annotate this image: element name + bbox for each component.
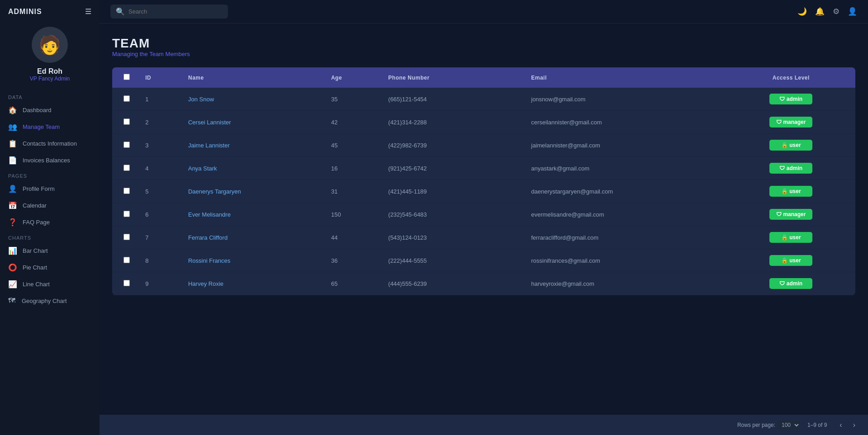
row-checkbox[interactable] [112,88,141,111]
access-badge: 🛡 admin [769,163,812,174]
sidebar-item-geography-chart[interactable]: 🗺 Geography Chart [0,293,100,309]
row-checkbox[interactable] [112,157,141,180]
row-access: 🔒 user [727,134,855,157]
header-checkbox[interactable] [112,67,141,88]
notifications-icon[interactable]: 🔔 [815,7,825,16]
main-content: 🔍 🌙 🔔 ⚙ 👤 TEAM Managing the Team Members… [100,0,868,435]
row-email: jaimelannister@gmail.com [526,134,726,157]
select-all-checkbox[interactable] [123,74,130,80]
row-checkbox[interactable] [112,203,141,226]
sidebar-item-manage-team[interactable]: 👥 Manage Team [0,118,100,135]
hamburger-icon[interactable]: ☰ [85,7,91,16]
row-checkbox[interactable] [112,134,141,157]
sidebar-item-profile-form[interactable]: 👤 Profile Form [0,180,100,197]
access-badge: 🛡 manager [769,209,812,220]
search-input[interactable] [128,8,223,15]
row-access: 🛡 admin [727,272,855,295]
section-label-charts: Charts [0,231,100,242]
row-select-checkbox[interactable] [123,234,130,240]
content-area: TEAM Managing the Team Members ID Name A… [100,24,868,415]
invoices-icon: 📄 [8,156,17,165]
rows-per-page-control: Rows per page: 100 50 25 [737,421,800,430]
avatar-emoji: 🧑 [38,34,61,56]
sidebar-item-line-chart[interactable]: 📈 Line Chart [0,276,100,293]
sidebar-item-invoices[interactable]: 📄 Invoices Balances [0,152,100,169]
contacts-icon: 📋 [8,139,17,148]
next-page-button[interactable]: › [851,421,857,429]
user-profile-icon[interactable]: 👤 [848,7,857,16]
row-id: 6 [141,203,184,226]
row-select-checkbox[interactable] [123,211,130,217]
sidebar-item-label: Invoices Balances [23,157,70,164]
row-select-checkbox[interactable] [123,142,130,148]
row-id: 7 [141,226,184,249]
access-badge: 🔒 user [769,186,812,197]
sidebar-header: ADMINIS ☰ [0,0,100,23]
bar-chart-icon: 📊 [8,246,17,255]
prev-page-button[interactable]: ‹ [838,421,844,429]
row-id: 2 [141,111,184,134]
row-phone: (921)425-6742 [384,157,526,180]
row-email: harveyroxie@gmail.com [526,272,726,295]
pie-chart-icon: ⭕ [8,263,17,272]
row-age: 31 [327,180,384,203]
row-checkbox[interactable] [112,226,141,249]
row-id: 9 [141,272,184,295]
row-select-checkbox[interactable] [123,118,130,125]
sidebar-item-bar-chart[interactable]: 📊 Bar Chart [0,242,100,259]
team-table: ID Name Age Phone Number Email Access Le… [112,67,855,295]
sidebar-item-dashboard[interactable]: 🏠 Dashboard [0,102,100,118]
sidebar-item-contacts[interactable]: 📋 Contacts Information [0,135,100,152]
access-badge: 🛡 admin [769,94,812,104]
row-phone: (421)445-1189 [384,180,526,203]
row-email: daenerystargaryen@gmail.com [526,180,726,203]
header-age: Age [327,67,384,88]
sidebar-item-faq[interactable]: ❓ FAQ Page [0,214,100,231]
access-badge: 🔒 user [769,232,812,243]
team-table-wrapper: ID Name Age Phone Number Email Access Le… [112,67,855,295]
sidebar-item-label: Profile Form [23,185,55,192]
row-checkbox[interactable] [112,272,141,295]
header-email: Email [526,67,726,88]
sidebar-item-label: Calendar [23,202,47,209]
sidebar-item-label: Contacts Information [23,140,77,147]
table-row: 4 Anya Stark 16 (921)425-6742 anyastark@… [112,157,855,180]
faq-icon: ❓ [8,218,17,227]
row-name: Harvey Roxie [184,272,327,295]
row-checkbox[interactable] [112,249,141,272]
row-checkbox[interactable] [112,111,141,134]
row-name: Jon Snow [184,88,327,111]
row-phone: (222)444-5555 [384,249,526,272]
row-select-checkbox[interactable] [123,188,130,194]
row-select-checkbox[interactable] [123,280,130,286]
row-id: 8 [141,249,184,272]
row-select-checkbox[interactable] [123,257,130,263]
row-email: ferraraclifford@gmail.com [526,226,726,249]
settings-icon[interactable]: ⚙ [833,7,840,16]
header-id: ID [141,67,184,88]
section-label-pages: Pages [0,169,100,180]
row-select-checkbox[interactable] [123,165,130,171]
sidebar-item-pie-chart[interactable]: ⭕ Pie Chart [0,259,100,276]
row-phone: (421)314-2288 [384,111,526,134]
sidebar-item-calendar[interactable]: 📅 Calendar [0,197,100,214]
sidebar-item-label: Bar Chart [23,247,48,254]
row-access: 🛡 manager [727,203,855,226]
rows-per-page-select[interactable]: 100 50 25 [778,421,800,430]
row-name: Jaime Lannister [184,134,327,157]
search-box[interactable]: 🔍 [110,5,228,19]
rows-per-page-label: Rows per page: [737,422,775,428]
user-role: VP Fancy Admin [30,76,70,82]
row-age: 45 [327,134,384,157]
row-email: rossinifrances@gmail.com [526,249,726,272]
row-age: 42 [327,111,384,134]
row-checkbox[interactable] [112,180,141,203]
row-phone: (444)555-6239 [384,272,526,295]
table-header-row: ID Name Age Phone Number Email Access Le… [112,67,855,88]
dark-mode-icon[interactable]: 🌙 [797,7,807,16]
row-phone: (232)545-6483 [384,203,526,226]
table-row: 8 Rossini Frances 36 (222)444-5555 rossi… [112,249,855,272]
row-select-checkbox[interactable] [123,95,130,102]
sidebar: ADMINIS ☰ 🧑 Ed Roh VP Fancy Admin Data 🏠… [0,0,100,435]
table-head: ID Name Age Phone Number Email Access Le… [112,67,855,88]
